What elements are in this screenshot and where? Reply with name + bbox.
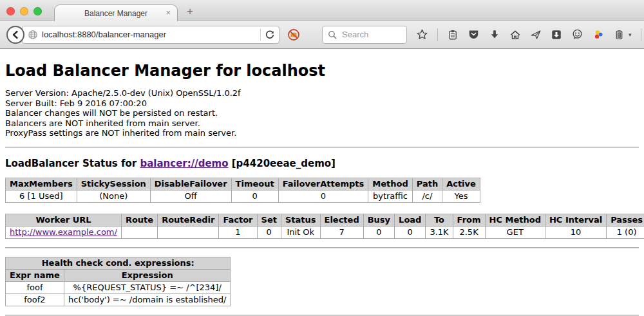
- health-check-title: Health check cond. expressions:: [6, 257, 231, 269]
- titlebar: Balancer Manager × +: [0, 0, 644, 21]
- reload-icon[interactable]: [265, 30, 275, 40]
- cell-failoverattempts: 0: [278, 190, 368, 202]
- urlbar-divider: [260, 29, 261, 41]
- cell-path: /c/: [412, 190, 442, 202]
- col-failoverattempts: FailoverAttempts: [278, 178, 368, 190]
- col-load: Load: [395, 214, 426, 226]
- cell-hc-method: GET: [485, 226, 545, 238]
- downloader-box-icon[interactable]: [551, 29, 562, 41]
- overflow-caret-icon[interactable]: ▾: [629, 32, 632, 38]
- col-path: Path: [412, 178, 442, 190]
- toolbar-divider-2: [641, 28, 641, 41]
- cell-hc-interval: 10: [545, 226, 606, 238]
- search-icon: [328, 30, 337, 39]
- cell-active: Yes: [442, 190, 480, 202]
- persist-notice-line: Balancer changes will NOT be persisted o…: [5, 108, 639, 118]
- tab-title: Balancer Manager: [84, 9, 147, 18]
- col-maxmembers: MaxMembers: [6, 178, 77, 190]
- search-input[interactable]: [341, 29, 399, 40]
- url-bar[interactable]: localhost:8880/balancer-manager: [22, 26, 279, 44]
- balancer-table-header-row: MaxMembers StickySession DisableFailover…: [6, 178, 480, 190]
- col-busy: Busy: [363, 214, 394, 226]
- pocket-icon[interactable]: [468, 28, 480, 41]
- health-check-title-row: Health check cond. expressions:: [6, 257, 231, 269]
- back-arrow-icon: [10, 30, 21, 40]
- cell-route: [121, 226, 157, 238]
- worker-table: Worker URL Route RouteRedir Factor Set S…: [5, 214, 644, 239]
- col-expression: Expression: [64, 269, 231, 281]
- cell-from: 2.5K: [453, 226, 485, 238]
- col-passes: Passes: [607, 214, 644, 226]
- balancer-status-heading: LoadBalancer Status for balancer://demo …: [5, 158, 639, 169]
- cell-to: 3.1K: [426, 226, 453, 238]
- heading-prefix: LoadBalancer Status for: [5, 158, 140, 169]
- worker-table-data-row: http://www.example.com/ 1 0 Init Ok 7 0 …: [6, 226, 644, 238]
- bookmarks-clipboard-icon[interactable]: [447, 29, 459, 41]
- col-set: Set: [257, 214, 281, 226]
- browser-tab[interactable]: Balancer Manager ×: [54, 5, 178, 21]
- col-method: Method: [368, 178, 412, 190]
- health-check-table: Health check cond. expressions: Expr nam…: [5, 257, 231, 306]
- balancer-table-data-row: 6 [1 Used] (None) Off 0 0 bytraffic /c/ …: [6, 190, 480, 202]
- balancer-table: MaxMembers StickySession DisableFailover…: [5, 178, 480, 203]
- close-window-button[interactable]: [6, 7, 15, 15]
- col-elected: Elected: [320, 214, 363, 226]
- server-info: Server Version: Apache/2.5.0-dev (Unix) …: [5, 88, 639, 138]
- col-disablefailover: DisableFailover: [150, 178, 231, 190]
- cell-disablefailover: Off: [150, 190, 231, 202]
- divider: [5, 315, 639, 316]
- bookmark-star-icon[interactable]: [416, 28, 428, 41]
- cell-expression: %{REQUEST_STATUS} =~ /^[234]/: [64, 281, 231, 293]
- server-built-line: Server Built: Feb 9 2016 07:00:20: [5, 98, 639, 109]
- col-active: Active: [442, 178, 480, 190]
- battery-addon-icon[interactable]: [614, 29, 625, 41]
- col-route: Route: [121, 214, 157, 226]
- zoom-window-button[interactable]: [33, 7, 42, 15]
- cell-expression: hc('body') =~ /domain is established/: [64, 293, 231, 306]
- new-tab-button[interactable]: +: [187, 5, 193, 18]
- server-version-line: Server Version: Apache/2.5.0-dev (Unix) …: [5, 88, 639, 98]
- url-text[interactable]: localhost:8880/balancer-manager: [42, 30, 256, 39]
- col-routeredir: RouteRedir: [158, 214, 219, 226]
- col-stickysession: StickySession: [77, 178, 150, 190]
- col-to: To: [426, 214, 453, 226]
- page-title: Load Balancer Manager for localhost: [5, 62, 639, 80]
- content-blocker-icon[interactable]: [287, 28, 300, 41]
- balancer-link[interactable]: balancer://demo: [140, 158, 228, 169]
- colored-dots-addon-icon[interactable]: [592, 28, 605, 41]
- page-content: Load Balancer Manager for localhost Serv…: [0, 62, 644, 316]
- inherit-notice-line: Balancers are NOT inherited from main se…: [5, 118, 639, 129]
- worker-table-header-row: Worker URL Route RouteRedir Factor Set S…: [6, 214, 644, 226]
- worker-url-link[interactable]: http://www.example.com/: [10, 227, 117, 237]
- back-button[interactable]: [6, 26, 24, 44]
- cell-load: 0: [395, 226, 426, 238]
- health-check-header-row: Expr name Expression: [6, 269, 231, 281]
- downloads-arrow-icon[interactable]: [489, 29, 500, 41]
- window-controls: [6, 7, 42, 15]
- cell-busy: 0: [363, 226, 394, 238]
- health-check-row: foof %{REQUEST_STATUS} =~ /^[234]/: [6, 281, 231, 293]
- home-icon[interactable]: [509, 29, 521, 41]
- proxypass-notice-line: ProxyPass settings are NOT inherited fro…: [5, 128, 639, 138]
- divider: [5, 147, 639, 148]
- feedback-smiley-icon[interactable]: [571, 28, 583, 41]
- search-bar[interactable]: [322, 26, 407, 44]
- navigation-toolbar: localhost:8880/balancer-manager: [0, 21, 644, 49]
- cell-elected: 7: [320, 226, 363, 238]
- toolbar-icons: ▾: [416, 28, 644, 41]
- col-expr-name: Expr name: [6, 269, 64, 281]
- cell-worker-url: http://www.example.com/: [6, 226, 122, 238]
- col-status: Status: [281, 214, 320, 226]
- cell-routeredir: [158, 226, 219, 238]
- col-hc-method: HC Method: [485, 214, 545, 226]
- cell-passes: 1 (0): [607, 226, 644, 238]
- col-worker-url: Worker URL: [6, 214, 122, 226]
- cell-factor: 1: [219, 226, 257, 238]
- tab-close-icon[interactable]: ×: [166, 8, 171, 18]
- cell-maxmembers: 6 [1 Used]: [6, 190, 77, 202]
- minimize-window-button[interactable]: [20, 7, 28, 15]
- cell-expr-name: foof: [6, 281, 64, 293]
- health-check-row: foof2 hc('body') =~ /domain is establish…: [6, 293, 231, 306]
- site-globe-icon: [28, 30, 38, 40]
- send-plane-icon[interactable]: [530, 29, 542, 41]
